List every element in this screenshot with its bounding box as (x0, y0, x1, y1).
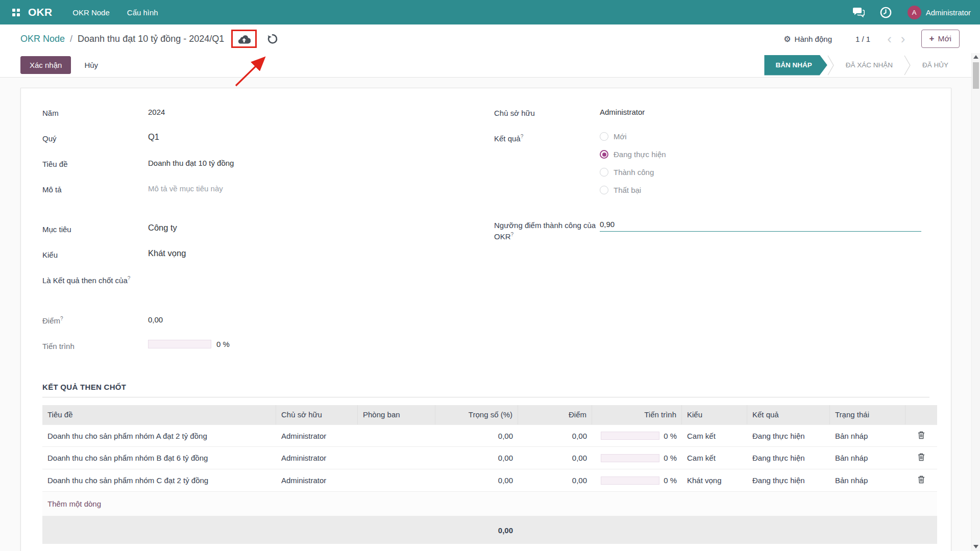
breadcrumb-parent-link[interactable]: OKR Node (20, 34, 65, 44)
cell-result[interactable]: Đang thực hiện (747, 476, 830, 485)
field-parent-kr: Là Kết quả then chốt của? (42, 274, 494, 306)
table-row[interactable]: Doanh thu cho sản phẩm nhóm A đạt 2 tỷ đ… (42, 424, 937, 447)
trash-icon (918, 431, 925, 439)
cell-score[interactable]: 0,00 (518, 432, 592, 440)
cell-state[interactable]: Bản nháp (830, 432, 905, 440)
discard-undo-button[interactable] (267, 33, 278, 44)
field-kind: Kiểu Khát vọng (42, 248, 494, 265)
table-row[interactable]: Doanh thu cho sản phẩm nhóm B đạt 6 tỷ đ… (42, 447, 937, 469)
cell-result[interactable]: Đang thực hiện (747, 432, 830, 440)
threshold-input[interactable]: 0,90 (600, 219, 921, 232)
radio-option-failed[interactable]: Thất bại (600, 186, 666, 194)
table-row[interactable]: Doanh thu cho sản phẩm nhóm C đạt 2 tỷ đ… (42, 469, 937, 492)
action-menu-button[interactable]: ⚙ Hành động (783, 34, 832, 44)
cell-title[interactable]: Doanh thu cho sản phẩm nhóm A đạt 2 tỷ đ… (42, 432, 276, 440)
stage-cancelled[interactable]: ĐÃ HỦY (911, 55, 960, 76)
nav-menu-cau-hinh[interactable]: Cấu hình (127, 8, 158, 17)
col-header-kind[interactable]: Kiểu (682, 405, 747, 424)
cell-progress: 0 % (592, 432, 682, 440)
cell-weight[interactable]: 0,00 (435, 432, 518, 440)
progress-bar (148, 340, 211, 348)
field-title-value[interactable]: Doanh thu đạt 10 tỷ đồng (148, 158, 234, 167)
field-description: Mô tả Mô tả về mục tiêu này (42, 183, 494, 200)
cancel-button[interactable]: Hủy (76, 57, 106, 73)
delete-row-button[interactable] (905, 431, 937, 441)
trash-icon (918, 453, 925, 461)
col-header-department[interactable]: Phòng ban (358, 405, 435, 424)
col-header-progress[interactable]: Tiến trình (592, 405, 682, 424)
col-header-title[interactable]: Tiêu đề (42, 405, 276, 424)
field-title: Tiêu đề Doanh thu đạt 10 tỷ đồng (42, 158, 494, 174)
cell-kind[interactable]: Khát vọng (682, 476, 747, 485)
row-progress-bar (601, 454, 659, 462)
cell-state[interactable]: Bản nháp (830, 476, 905, 485)
field-year-value[interactable]: 2024 (148, 107, 165, 116)
row-progress-bar (601, 432, 659, 440)
cell-owner[interactable]: Administrator (276, 432, 358, 440)
new-record-button[interactable]: + Mới (921, 30, 960, 48)
cell-progress: 0 % (592, 454, 682, 462)
cell-score[interactable]: 0,00 (518, 476, 592, 485)
cell-weight[interactable]: 0,00 (435, 476, 518, 485)
radio-option-in-progress[interactable]: Đang thực hiện (600, 150, 666, 159)
apps-menu-icon[interactable] (12, 9, 20, 16)
nav-menu-okr-node[interactable]: OKR Node (72, 8, 110, 17)
cell-title[interactable]: Doanh thu cho sản phẩm nhóm B đạt 6 tỷ đ… (42, 454, 276, 462)
field-score-label: Điểm? (42, 314, 148, 327)
col-header-score[interactable]: Điểm (518, 405, 592, 424)
field-description-placeholder[interactable]: Mô tả về mục tiêu này (148, 183, 223, 193)
plus-icon: + (929, 35, 935, 42)
cell-title[interactable]: Doanh thu cho sản phẩm nhóm C đạt 2 tỷ đ… (42, 476, 276, 485)
field-quarter-label: Quý (42, 132, 148, 144)
top-navbar: OKR OKR Node Cấu hình A Administrator (0, 0, 980, 24)
cell-progress: 0 % (592, 476, 682, 485)
scrollbar-up-arrow-icon[interactable] (973, 55, 978, 59)
pager-next-button[interactable]: › (896, 34, 910, 44)
radio-option-success[interactable]: Thành công (600, 168, 666, 177)
add-line-link[interactable]: Thêm một dòng (47, 499, 101, 508)
pager-count: 1 / 1 (855, 35, 870, 43)
delete-row-button[interactable] (905, 475, 937, 485)
radio-option-new[interactable]: Mới (600, 132, 666, 141)
field-owner-value[interactable]: Administrator (600, 107, 645, 116)
cell-owner[interactable]: Administrator (276, 454, 358, 462)
vertical-scrollbar[interactable] (971, 53, 980, 551)
field-kind-value[interactable]: Khát vọng (148, 248, 186, 258)
row-progress-bar (601, 477, 659, 485)
messages-icon[interactable] (852, 6, 865, 18)
cell-owner[interactable]: Administrator (276, 476, 358, 485)
save-cloud-button[interactable] (237, 34, 251, 44)
activities-clock-icon[interactable] (880, 6, 892, 18)
col-header-weight[interactable]: Trọng số (%) (435, 405, 518, 424)
cell-kind[interactable]: Cam kết (682, 454, 747, 462)
app-brand[interactable]: OKR (28, 6, 52, 18)
action-menu-label: Hành động (795, 35, 832, 43)
cell-score[interactable]: 0,00 (518, 454, 592, 462)
delete-row-button[interactable] (905, 453, 937, 463)
col-header-owner[interactable]: Chủ sở hữu (276, 405, 358, 424)
field-year: Năm 2024 (42, 107, 494, 123)
scrollbar-down-arrow-icon[interactable] (973, 545, 978, 548)
pager-previous-button[interactable]: ‹ (883, 34, 896, 44)
breadcrumb-title: Doanh thu đạt 10 tỷ đồng - 2024/Q1 (78, 34, 224, 44)
cell-result[interactable]: Đang thực hiện (747, 454, 830, 462)
col-header-state[interactable]: Trạng thái (830, 405, 905, 424)
stage-confirmed[interactable]: ĐÃ XÁC NHẬN (835, 55, 904, 76)
scrollbar-thumb[interactable] (973, 62, 979, 89)
confirm-button[interactable]: Xác nhận (20, 56, 71, 74)
stage-draft[interactable]: BẢN NHÁP (764, 55, 827, 76)
field-quarter-value[interactable]: Q1 (148, 132, 159, 142)
field-objective-value[interactable]: Công ty (148, 223, 177, 233)
cell-weight[interactable]: 0,00 (435, 454, 518, 462)
cell-kind[interactable]: Cam kết (682, 432, 747, 440)
field-kind-label: Kiểu (42, 248, 148, 261)
stage-pipeline: BẢN NHÁP ĐÃ XÁC NHẬN ĐÃ HỦY (764, 55, 960, 76)
col-header-result[interactable]: Kết quả (747, 405, 830, 424)
field-threshold-label: Ngưỡng điểm thành công của OKR? (494, 219, 600, 242)
cell-state[interactable]: Bản nháp (830, 454, 905, 462)
form-right-column: Chủ sở hữu Administrator Kết quả? Mới (494, 107, 929, 365)
undo-icon (267, 33, 278, 44)
table-total-row: 0,00 (42, 516, 937, 544)
user-menu[interactable]: A Administrator (908, 6, 971, 19)
breadcrumb-separator: / (70, 34, 72, 44)
